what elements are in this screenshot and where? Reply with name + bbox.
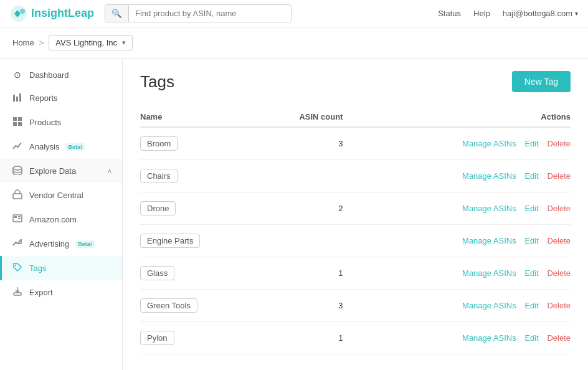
delete-link[interactable]: Delete (547, 139, 571, 148)
new-tag-button[interactable]: New Tag (512, 71, 571, 92)
actions-cell: Manage ASINs Edit Delete (368, 192, 571, 225)
amazon-icon (12, 214, 23, 225)
svg-point-1 (20, 9, 25, 14)
sidebar: ⊙ Dashboard Reports Products Analysis Be… (0, 59, 123, 370)
header: InsightLeap 🔍 Status Help haji@bottega8.… (0, 0, 588, 27)
delete-link[interactable]: Delete (547, 171, 571, 181)
asin-count-cell: 3 (247, 127, 368, 160)
edit-link[interactable]: Edit (524, 301, 538, 310)
table-body: Broom 3 Manage ASINs Edit Delete Chairs … (140, 127, 571, 354)
edit-link[interactable]: Edit (524, 268, 538, 278)
table-row: Glass 1 Manage ASINs Edit Delete (140, 257, 571, 290)
analysis-icon (12, 141, 23, 153)
page-title: Tags (140, 72, 174, 92)
sidebar-item-reports[interactable]: Reports (0, 86, 122, 110)
edit-link[interactable]: Edit (524, 171, 538, 181)
tag-name-cell: Drone (140, 192, 247, 225)
svg-rect-6 (18, 117, 22, 121)
manage-asins-link[interactable]: Manage ASINs (462, 139, 516, 148)
breadcrumb: Home > AVS Lighting, Inc ▾ (0, 27, 588, 59)
tag-badge: Green Tools (140, 298, 197, 313)
delete-link[interactable]: Delete (547, 333, 571, 343)
svg-rect-2 (13, 95, 15, 102)
vendor-central-icon (12, 189, 23, 201)
delete-link[interactable]: Delete (547, 301, 571, 310)
manage-asins-link[interactable]: Manage ASINs (462, 301, 516, 310)
tags-table: Name ASIN count Actions Broom 3 Manage A… (140, 107, 571, 354)
edit-link[interactable]: Edit (524, 139, 538, 148)
tags-header: Tags New Tag (140, 71, 571, 92)
delete-link[interactable]: Delete (547, 204, 571, 213)
tag-badge: Glass (140, 266, 174, 280)
svg-rect-7 (13, 122, 17, 126)
table-row: Engine Parts Manage ASINs Edit Delete (140, 225, 571, 257)
help-link[interactable]: Help (473, 9, 490, 18)
tag-name-cell: Glass (140, 257, 247, 290)
logo: InsightLeap (10, 5, 97, 22)
table-header: Name ASIN count Actions (140, 107, 571, 127)
sidebar-item-analysis[interactable]: Analysis Beta! (0, 135, 122, 159)
manage-asins-link[interactable]: Manage ASINs (462, 268, 516, 278)
sidebar-item-tags[interactable]: Tags (0, 256, 122, 280)
asin-count-cell: 1 (247, 257, 368, 290)
manage-asins-link[interactable]: Manage ASINs (462, 204, 516, 213)
content-area: Tags New Tag Name ASIN count Actions Bro… (123, 59, 588, 370)
tag-badge: Chairs (140, 169, 178, 183)
search-button[interactable]: 🔍 (105, 5, 129, 22)
delete-link[interactable]: Delete (547, 236, 571, 245)
sidebar-item-advertising[interactable]: Advertising Beta! (0, 232, 122, 256)
sidebar-item-label: Amazon.com (29, 215, 77, 224)
svg-rect-8 (18, 122, 22, 126)
table-row: Drone 2 Manage ASINs Edit Delete (140, 192, 571, 225)
actions-cell: Manage ASINs Edit Delete (368, 127, 571, 160)
tags-icon (12, 262, 23, 274)
edit-link[interactable]: Edit (524, 204, 538, 213)
svg-rect-3 (16, 97, 18, 102)
export-icon (12, 287, 23, 298)
breadcrumb-separator: > (39, 38, 44, 47)
sidebar-item-explore-data[interactable]: Explore Data ∧ (0, 159, 122, 183)
actions-cell: Manage ASINs Edit Delete (368, 257, 571, 290)
manage-asins-link[interactable]: Manage ASINs (462, 171, 516, 181)
svg-rect-12 (14, 216, 17, 218)
user-email: haji@bottega8.com (503, 9, 572, 18)
delete-link[interactable]: Delete (547, 268, 571, 278)
sidebar-item-export[interactable]: Export (0, 280, 122, 305)
logo-text: InsightLeap (31, 7, 94, 20)
sidebar-item-dashboard[interactable]: ⊙ Dashboard (0, 64, 122, 86)
asin-count-cell: 1 (247, 322, 368, 354)
actions-cell: Manage ASINs Edit Delete (368, 160, 571, 192)
dashboard-icon: ⊙ (12, 70, 23, 80)
svg-rect-16 (14, 293, 21, 295)
manage-asins-link[interactable]: Manage ASINs (462, 236, 516, 245)
table-row: Pylon 1 Manage ASINs Edit Delete (140, 322, 571, 354)
sidebar-item-products[interactable]: Products (0, 110, 122, 135)
sidebar-item-amazon[interactable]: Amazon.com (0, 207, 122, 232)
manage-asins-link[interactable]: Manage ASINs (462, 333, 516, 343)
edit-link[interactable]: Edit (524, 333, 538, 343)
svg-rect-10 (13, 194, 22, 199)
svg-point-15 (15, 265, 16, 266)
chevron-down-icon: ▾ (122, 39, 126, 47)
column-header-actions: Actions (368, 107, 571, 127)
sidebar-item-label: Reports (29, 93, 58, 103)
beta-badge: Beta! (65, 143, 85, 151)
table-row: Broom 3 Manage ASINs Edit Delete (140, 127, 571, 160)
reports-icon (12, 92, 23, 104)
breadcrumb-home[interactable]: Home (12, 38, 34, 47)
asin-count-cell (247, 160, 368, 192)
edit-link[interactable]: Edit (524, 236, 538, 245)
tag-name-cell: Broom (140, 127, 247, 160)
table-row: Green Tools 3 Manage ASINs Edit Delete (140, 290, 571, 322)
main-layout: ⊙ Dashboard Reports Products Analysis Be… (0, 59, 588, 370)
sidebar-item-label: Vendor Central (29, 191, 83, 200)
search-input[interactable] (129, 5, 291, 22)
svg-rect-5 (13, 117, 17, 121)
sidebar-item-label: Advertising (29, 239, 69, 249)
company-selector[interactable]: AVS Lighting, Inc ▾ (49, 35, 133, 50)
user-menu[interactable]: haji@bottega8.com ▾ (503, 9, 578, 18)
logo-icon (10, 5, 27, 22)
search-bar: 🔍 (105, 4, 292, 22)
status-link[interactable]: Status (438, 9, 461, 18)
sidebar-item-vendor-central[interactable]: Vendor Central (0, 183, 122, 207)
